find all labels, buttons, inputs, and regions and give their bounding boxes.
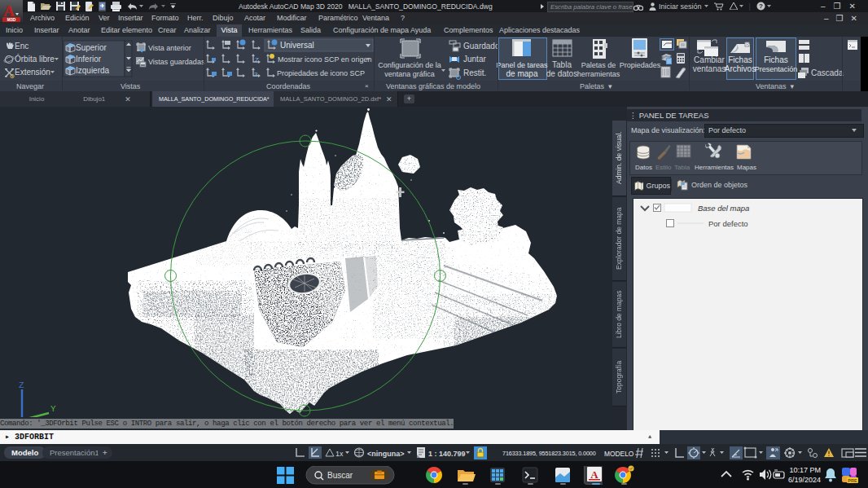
svg-text:A: A [590,468,598,481]
svg-text:1 : 140.799: 1 : 140.799 [428,450,466,458]
svg-text:1x: 1x [335,450,344,458]
svg-text:Órbita libre: Órbita libre [15,54,55,64]
svg-text:Configuración de la: Configuración de la [378,61,441,69]
svg-text:Cambiar: Cambiar [694,55,725,64]
svg-text:716333.1895, 9551823.3015, 0.0: 716333.1895, 9551823.3015, 0.0000 [502,450,596,457]
svg-text:Extensión: Extensión [15,68,50,77]
svg-text:Enc: Enc [15,42,28,51]
svg-text:PRE: PRE [848,478,857,483]
svg-text:Panel de tareas: Panel de tareas [496,61,548,69]
svg-text:Superior: Superior [76,43,107,52]
svg-text:Izquierda: Izquierda [76,66,110,75]
svg-text:Por defecto: Por defecto [708,219,748,228]
svg-text:Presentación: Presentación [755,65,798,73]
svg-text:Juntar: Juntar [463,55,486,64]
svg-text:Propiedades de icono SCP: Propiedades de icono SCP [277,69,365,77]
svg-text:Z: Z [255,56,259,64]
svg-text:Z: Z [19,380,24,390]
svg-text:Vistas guardadas: Vistas guardadas [148,58,205,66]
svg-text:Propiedades: Propiedades [620,61,661,69]
svg-text:Universal: Universal [280,41,314,50]
svg-text:de mapa: de mapa [506,69,538,78]
svg-text:Vista anterior: Vista anterior [148,44,191,52]
svg-text:ventana gráfica: ventana gráfica [384,70,435,78]
svg-text:Buscar: Buscar [327,471,353,480]
svg-text:Base del mapa: Base del mapa [698,204,749,213]
svg-text:Tabla: Tabla [552,60,572,69]
svg-text:Y: Y [50,404,56,414]
svg-text:MODELO: MODELO [604,450,634,458]
svg-text:?: ? [759,2,763,10]
svg-text:Cascada: Cascada [811,68,844,77]
svg-text:ventanas: ventanas [693,64,726,73]
svg-text:<ninguna>: <ninguna> [367,450,405,458]
svg-text:3: 3 [254,71,258,78]
svg-text:de datos: de datos [546,69,577,78]
svg-text:Inferior: Inferior [76,55,102,64]
svg-text:Restit.: Restit. [463,68,486,77]
svg-text:Archivos: Archivos [725,64,756,73]
svg-text:Guardado: Guardado [463,42,500,51]
svg-text:herramientas: herramientas [577,70,620,78]
svg-text:Paletas de: Paletas de [581,61,616,69]
svg-text:Fichas: Fichas [728,55,752,64]
svg-text:Fichas: Fichas [764,55,787,64]
svg-text:Mostrar icono SCP en origen: Mostrar icono SCP en origen [278,55,371,64]
